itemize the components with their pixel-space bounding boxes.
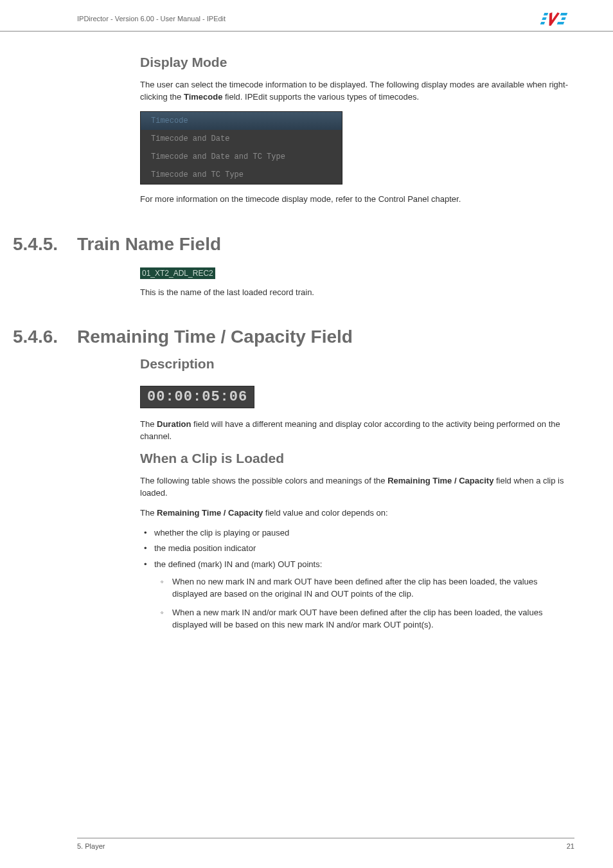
list-item: whether the clip is playing or paused — [140, 527, 574, 539]
svg-rect-4 — [561, 17, 565, 20]
svg-rect-0 — [544, 13, 548, 15]
menu-item-timecode-date-tc[interactable]: Timecode and Date and TC Type — [141, 148, 342, 166]
page-number: 21 — [567, 842, 574, 850]
page-content: Display Mode The user can select the tim… — [0, 55, 613, 631]
duration-desc: The Duration field will have a different… — [77, 419, 574, 443]
heading-display-mode: Display Mode — [77, 55, 574, 70]
page-footer: 5. Player 21 — [77, 838, 574, 850]
text: field. IPEdit supports the various types… — [222, 92, 419, 102]
text: field value and color depends on: — [263, 508, 387, 518]
depends-list: whether the clip is playing or paused th… — [77, 527, 574, 631]
svg-rect-3 — [560, 13, 567, 15]
svg-rect-5 — [557, 22, 564, 24]
menu-item-timecode-date[interactable]: Timecode and Date — [141, 130, 342, 148]
svg-rect-2 — [540, 22, 545, 24]
text: The following table shows the possible c… — [140, 476, 387, 485]
footer-section: 5. Player — [77, 842, 105, 850]
heading-description: Description — [77, 356, 574, 372]
display-mode-footer-note: For more information on the timecode dis… — [77, 194, 574, 206]
section-number-546: 5.4.6. — [13, 327, 77, 347]
text-bold: Remaining Time / Capacity — [387, 476, 493, 485]
menu-item-timecode-tc[interactable]: Timecode and TC Type — [141, 166, 342, 184]
evs-logo — [540, 12, 574, 26]
text-bold: Duration — [157, 419, 191, 429]
clip-loaded-intro: The following table shows the possible c… — [77, 475, 574, 500]
menu-item-timecode[interactable]: Timecode — [141, 112, 342, 130]
display-mode-intro: The user can select the timecode informa… — [77, 79, 574, 104]
train-name-field-example: 01_XT2_ADL_REC2 — [140, 267, 215, 279]
text: The — [140, 508, 157, 518]
sub-list: When no new mark IN and mark OUT have be… — [154, 576, 574, 631]
clip-loaded-depends: The Remaining Time / Capacity field valu… — [77, 507, 574, 520]
heading-clip-loaded: When a Clip is Loaded — [77, 451, 574, 466]
list-item: the media position indicator — [140, 543, 574, 555]
timecode-context-menu: Timecode Timecode and Date Timecode and … — [140, 111, 342, 185]
list-item: the defined (mark) IN and (mark) OUT poi… — [140, 559, 574, 631]
page-header: IPDirector - Version 6.00 - User Manual … — [0, 0, 613, 32]
list-item: When no new mark IN and mark OUT have be… — [154, 576, 574, 601]
list-item: When a new mark IN and/or mark OUT have … — [154, 607, 574, 631]
breadcrumb: IPDirector - Version 6.00 - User Manual … — [77, 15, 226, 23]
text: the defined (mark) IN and (mark) OUT poi… — [154, 559, 322, 569]
svg-rect-1 — [542, 17, 546, 20]
text: field will have a different meaning and … — [140, 419, 560, 441]
text-bold: Timecode — [184, 92, 222, 102]
heading-train-name: Train Name Field — [77, 234, 221, 255]
train-name-desc: This is the name of the last loaded reco… — [77, 287, 574, 299]
text-bold: Remaining Time / Capacity — [157, 508, 263, 518]
duration-field-example: 00:00:05:06 — [140, 386, 254, 408]
text: The — [140, 419, 157, 429]
section-number-545: 5.4.5. — [13, 234, 77, 255]
heading-remaining-time: Remaining Time / Capacity Field — [77, 327, 353, 347]
